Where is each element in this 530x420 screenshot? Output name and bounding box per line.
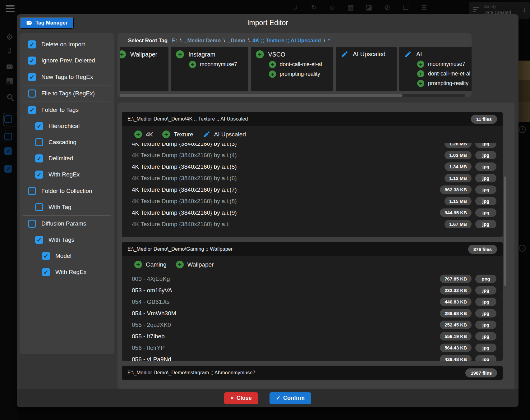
- checkbox[interactable]: [35, 154, 43, 162]
- file-type-badge: jpg: [475, 143, 496, 148]
- child-tag[interactable]: +prompting-reality: [269, 71, 322, 78]
- plus-icon: +: [269, 61, 276, 68]
- tag-name: Instagram: [188, 51, 215, 58]
- checkbox[interactable]: [28, 73, 36, 81]
- file-size-badge: 1.34 MB: [445, 162, 472, 171]
- file-row[interactable]: 4K Texture Dump {3840x2160} by a.i.(9) 9…: [132, 207, 496, 218]
- option-label: Delimited: [48, 155, 73, 162]
- option-row[interactable]: Diffusion Params: [20, 216, 114, 232]
- checkbox[interactable]: [28, 220, 36, 228]
- option-row[interactable]: Cascading: [20, 134, 114, 150]
- file-row[interactable]: 4K Texture Dump {3840x2160} by a.i.(4) 1…: [132, 149, 496, 161]
- option-row[interactable]: Folder to Collection: [20, 183, 114, 199]
- checkbox[interactable]: [35, 236, 43, 244]
- root-tag-panel: Select Root Tag E:\_Medior Demo\_Demo\4K…: [118, 33, 472, 97]
- tag-chip[interactable]: +Gaming: [134, 261, 167, 268]
- file-name: 055 - It7ibeb: [132, 333, 436, 340]
- file-row[interactable]: 055 - It7ibeb 556.19 KB jpg: [132, 331, 496, 342]
- file-row[interactable]: 009 - 4XjEqKg 767.85 KB png: [132, 273, 496, 285]
- option-row[interactable]: With RegEx: [20, 167, 114, 183]
- close-button[interactable]: × Close: [224, 392, 258, 404]
- tag-chip[interactable]: +4K: [134, 130, 153, 138]
- file-size-badge: 429.48 KB: [440, 355, 472, 361]
- file-row[interactable]: 4K Texture Dump {3840x2160} by a.i.(7) 8…: [132, 184, 496, 195]
- file-row[interactable]: 4K Texture Dump {3840x2160} by a.i. 1.67…: [132, 218, 496, 230]
- file-row[interactable]: 053 - om16yVA 232.32 KB jpg: [132, 285, 496, 296]
- child-tag[interactable]: +dont-call-me-et-al: [417, 70, 470, 77]
- checkbox[interactable]: [28, 187, 36, 195]
- file-row[interactable]: 056 - IIcfrYP 564.43 KB jpg: [132, 342, 496, 354]
- file-name: 4K Texture Dump {3840x2160} by a.i.(7): [132, 186, 436, 193]
- section-path: E:\_Medior Demo\_Demo\4K ;; Texture ;; A…: [127, 116, 248, 122]
- breadcrumb-segment[interactable]: _Medior Demo: [184, 38, 221, 44]
- child-tag[interactable]: +prompting-reality: [417, 80, 470, 87]
- option-row[interactable]: Ignore Prev. Deleted: [20, 52, 114, 69]
- child-tag[interactable]: +moonmymuse7: [417, 61, 470, 68]
- breadcrumb-segment[interactable]: E:: [172, 38, 177, 44]
- checkbox[interactable]: [28, 106, 36, 114]
- checkbox[interactable]: [35, 138, 43, 146]
- tag-chip[interactable]: +Wallpaper: [176, 261, 214, 268]
- file-count-badge: 376 files: [468, 245, 497, 254]
- horizontal-scrollbar[interactable]: [120, 94, 465, 97]
- check-icon: ✓: [276, 395, 280, 401]
- file-row[interactable]: 054 - GB61Jts 446.83 KB jpg: [132, 296, 496, 308]
- file-row[interactable]: 055 - 2quJXK0 252.45 KB jpg: [132, 319, 496, 331]
- breadcrumb-segment[interactable]: _Demo: [228, 38, 246, 44]
- child-tag[interactable]: +moonmymuse7: [189, 61, 237, 68]
- tag-chip[interactable]: AI Upscaled: [203, 130, 246, 138]
- file-row[interactable]: 4K Texture Dump {3840x2160} by a.i.(6) 1…: [132, 172, 496, 184]
- option-row[interactable]: Delimited: [20, 150, 114, 167]
- plus-icon: +: [417, 70, 424, 77]
- root-tag-card[interactable]: +Wallpaper: [120, 47, 168, 91]
- checkbox[interactable]: [28, 40, 36, 48]
- option-row[interactable]: New Tags to RegEx: [20, 69, 114, 85]
- option-row[interactable]: With Tag: [20, 199, 114, 215]
- tag-manager-button[interactable]: Tag Manager: [20, 17, 74, 29]
- root-tag-card[interactable]: +VSCO +dont-call-me-et-al+prompting-real…: [251, 47, 333, 91]
- vertical-scrollbar-thumb[interactable]: [504, 176, 506, 286]
- child-tag[interactable]: +dont-call-me-et-al: [269, 61, 322, 68]
- checkbox[interactable]: [35, 171, 43, 179]
- file-row[interactable]: 4K Texture Dump {3840x2160} by a.i.(5) 1…: [132, 161, 496, 172]
- option-row[interactable]: With Tags: [20, 232, 114, 248]
- file-row[interactable]: 4K Texture Dump {3840x2160} by a.i.(8) 1…: [132, 195, 496, 207]
- child-tag-name: prompting-reality: [428, 80, 468, 87]
- option-row[interactable]: File to Tags (RegEx): [20, 85, 114, 102]
- horizontal-scrollbar-thumb[interactable]: [120, 94, 403, 97]
- file-row[interactable]: 4K Texture Dump {3840x2160} by a.i.(3) 1…: [132, 143, 496, 149]
- option-label: Cascading: [48, 139, 76, 146]
- file-type-badge: jpg: [475, 286, 496, 294]
- option-row[interactable]: Folder to Tags: [20, 102, 114, 118]
- breadcrumb-segment[interactable]: 4K ;; Texture ;; AI Upscaled: [252, 38, 321, 44]
- file-type-badge: jpg: [475, 321, 496, 329]
- root-tag-card[interactable]: AI +moonmymuse7+dont-call-me-et-al+promp…: [399, 47, 472, 91]
- file-sections-panel: E:\_Medior Demo\_Demo\4K ;; Texture ;; A…: [118, 103, 514, 389]
- checkbox[interactable]: [42, 268, 50, 276]
- confirm-button[interactable]: ✓ Confirm: [270, 392, 311, 404]
- option-row[interactable]: Delete on Import: [20, 36, 114, 52]
- tag-chip[interactable]: +Texture: [162, 130, 193, 138]
- file-row[interactable]: 054 - VmWh30M 289.68 KB jpg: [132, 308, 496, 319]
- plus-icon: +: [417, 80, 424, 87]
- checkbox[interactable]: [42, 252, 50, 260]
- checkbox[interactable]: [35, 203, 43, 211]
- child-tag-name: prompting-reality: [280, 71, 320, 77]
- option-row[interactable]: With RegEx: [20, 264, 114, 280]
- checkbox[interactable]: [35, 122, 43, 130]
- checkbox[interactable]: [28, 89, 36, 98]
- checkbox[interactable]: [28, 57, 36, 65]
- root-tag-card[interactable]: +Instagram +moonmymuse7: [171, 47, 248, 91]
- file-rows: 4K Texture Dump {3840x2160} by a.i.(3) 1…: [122, 143, 503, 237]
- option-label: Model: [55, 253, 71, 259]
- file-size-badge: 1.67 MB: [445, 220, 472, 228]
- option-label: With RegEx: [55, 269, 86, 276]
- option-row[interactable]: Model: [20, 248, 114, 264]
- import-editor-dialog: Tag Manager Import Editor Delete on Impo…: [17, 14, 518, 407]
- root-tag-card[interactable]: AI Upscaled: [336, 47, 397, 91]
- file-row[interactable]: 056 - vLPa9Nd 429.48 KB jpg: [132, 354, 496, 361]
- file-section: E:\_Medior Demo\_Demo\Instagram ;; AI\mo…: [122, 366, 503, 380]
- pencil-icon: [341, 50, 348, 58]
- option-row[interactable]: Hierarchical: [20, 118, 114, 134]
- breadcrumb-segment[interactable]: *: [328, 38, 330, 44]
